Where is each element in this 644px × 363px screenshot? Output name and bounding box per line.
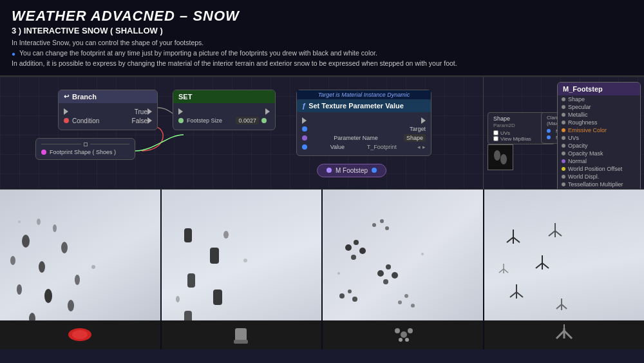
svg-point-8 — [10, 256, 15, 265]
svg-point-42 — [398, 300, 402, 304]
arrow-icons: ◂ ▸ — [417, 144, 426, 150]
svg-point-47 — [395, 328, 400, 333]
mfoot-item-specular: Specular — [558, 103, 640, 111]
footprint-label: Footprint Shape ( Shoes ) — [50, 149, 116, 155]
svg-rect-19 — [210, 248, 219, 264]
mfoot-item-world-pos: World Position Offset — [558, 165, 640, 173]
mfoot-item-world-disp: World Displ. — [558, 173, 640, 181]
svg-point-35 — [383, 279, 388, 284]
main-title: WEATHER ADVACNED – SNOW — [12, 8, 632, 25]
branch-false-arrow — [147, 117, 152, 124]
svg-point-38 — [352, 297, 357, 302]
svg-line-62 — [516, 292, 523, 297]
svg-line-78 — [564, 331, 572, 338]
footprint-thumb-svg — [491, 148, 510, 167]
set-footstep-row: Footstep Size 0.0027 — [178, 117, 270, 124]
texture-exec-pin — [302, 117, 426, 124]
foot-dots-icon-3 — [388, 324, 417, 345]
svg-point-23 — [223, 231, 229, 239]
world-pos-pin — [562, 167, 565, 171]
set-title: SET — [178, 93, 192, 101]
svg-rect-20 — [187, 273, 195, 288]
max-pin — [547, 135, 551, 139]
mfoot-item-emissive: Emissive Color — [558, 126, 640, 134]
texture-value-row: Value T_Footprint ◂ ▸ — [302, 144, 426, 150]
svg-line-77 — [556, 331, 564, 338]
gallery-item-4 — [484, 190, 645, 349]
svg-point-13 — [37, 219, 41, 225]
tess-pin — [562, 182, 565, 186]
svg-point-5 — [17, 284, 22, 295]
footstep-value: 0.0027 — [236, 117, 259, 124]
svg-point-17 — [72, 330, 88, 339]
view-mipmaps-checkbox[interactable] — [493, 136, 498, 141]
min-pin — [547, 129, 551, 133]
set-header: SET — [173, 90, 275, 103]
target-label: Target — [410, 126, 426, 132]
specular-pin — [562, 105, 565, 109]
gallery — [0, 190, 644, 349]
value-pin — [302, 144, 307, 150]
svg-point-43 — [404, 294, 408, 298]
param-value: Shape — [404, 134, 426, 142]
svg-point-12 — [68, 300, 74, 311]
svg-point-45 — [337, 272, 340, 275]
value-text: T_Footprint — [367, 144, 397, 150]
svg-point-30 — [359, 248, 366, 254]
svg-line-69 — [556, 304, 562, 309]
target-pin — [302, 126, 307, 132]
view-mipmaps-label: View MipBias — [500, 136, 531, 142]
roughness-pin — [562, 121, 565, 124]
svg-point-37 — [348, 289, 352, 293]
set-output-arrow — [265, 108, 270, 115]
footprint-divider — [41, 142, 129, 146]
mfoot-item-tess: Tessellation Multiplier — [558, 181, 640, 188]
svg-point-49 — [408, 328, 413, 333]
icon-bar-3 — [323, 320, 483, 349]
set-body: Footstep Size 0.0027 — [173, 103, 275, 130]
set-exec-pin — [178, 108, 270, 115]
divider-square — [84, 142, 88, 146]
normal-pin — [562, 159, 565, 163]
mfoot-item-opacity: Opacity — [558, 142, 640, 150]
true-label: True — [135, 108, 147, 115]
svg-point-48 — [401, 331, 407, 338]
footstep-label: Footstep Size — [187, 117, 222, 124]
texture-body: Target Parameter Name Shape Value T_Foot… — [297, 112, 431, 155]
svg-point-24 — [176, 296, 180, 302]
mfootstep-dot — [327, 168, 332, 173]
function-icon: ƒ — [302, 102, 306, 110]
svg-point-1 — [494, 150, 500, 161]
condition-label: Condition — [72, 117, 99, 124]
svg-point-51 — [405, 338, 409, 342]
vertical-divider — [483, 77, 484, 189]
footstep-pin — [178, 118, 184, 123]
uvs-checkbox[interactable] — [493, 130, 498, 135]
desc-line-2: ● You can change the footprint at any ti… — [12, 48, 632, 59]
svg-point-34 — [392, 272, 398, 279]
branch-body: True Condition False — [59, 103, 157, 130]
param-pin — [302, 135, 307, 141]
texture-subtitle: Target is Material Instance Dynamic — [297, 90, 431, 99]
texture-output-arrow — [421, 117, 426, 124]
texture-header: ƒ Set Texture Parameter Value — [297, 99, 431, 112]
svg-line-73 — [499, 269, 504, 273]
svg-point-40 — [380, 219, 384, 223]
description-block: In Interactive Snow, you can control the… — [12, 38, 632, 69]
svg-point-39 — [372, 223, 376, 227]
icon-bar-2 — [162, 320, 322, 349]
texture-input-arrow — [302, 117, 307, 124]
svg-rect-18 — [184, 228, 192, 242]
mfootstep-panel: M_Footstep Shape Specular Metallic Rough… — [557, 82, 641, 190]
branch-header: ↩ Branch — [59, 90, 157, 103]
svg-point-11 — [53, 224, 57, 232]
branch-title: Branch — [72, 93, 97, 101]
emissive-pin — [562, 128, 565, 132]
svg-point-3 — [22, 235, 30, 248]
mfootstep-header: M_Footstep — [558, 83, 640, 95]
gallery-item-1 — [0, 190, 162, 349]
svg-line-57 — [536, 263, 542, 268]
shape-pin — [562, 97, 565, 101]
mfootstep-bottom-node: M Footstep — [317, 164, 386, 177]
world-disp-pin — [562, 175, 565, 179]
